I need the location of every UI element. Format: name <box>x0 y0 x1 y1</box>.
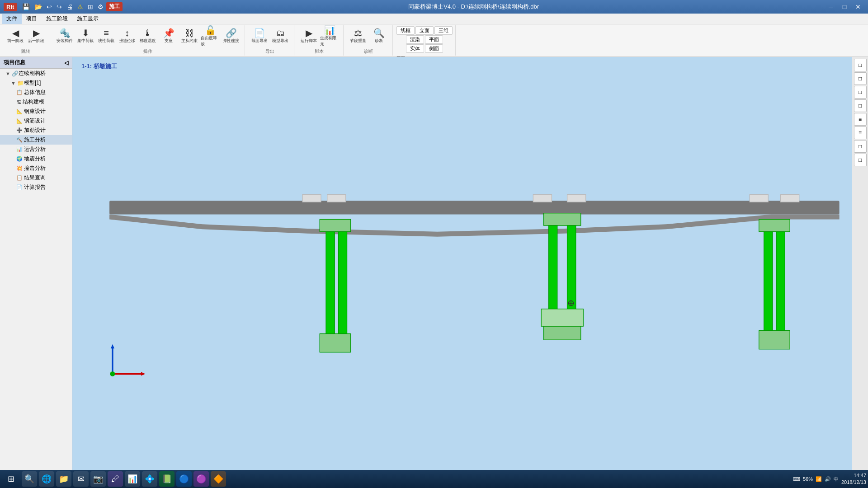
gradient-temp-button[interactable]: 🌡 梯度温度 <box>138 26 158 46</box>
taskbar-explorer[interactable]: 📁 <box>56 471 71 487</box>
tree-item-structure[interactable]: 🏗 结构建模 <box>0 97 72 107</box>
taskbar-app5[interactable]: 📷 <box>90 471 106 487</box>
minimize-button[interactable]: ─ <box>825 2 837 11</box>
master-slave-button[interactable]: ⛓ 主从约束 <box>179 26 199 46</box>
elastic-connect-button[interactable]: 🔗 弹性连接 <box>221 26 241 46</box>
taskbar-app7[interactable]: 📊 <box>125 471 140 487</box>
sidebar-collapse-icon[interactable]: ◁ <box>64 60 68 66</box>
lang-indicator: 中 <box>834 476 839 483</box>
toolbar-group-jump: ◀ 前一阶段 ▶ 后一阶段 跳转 <box>2 25 50 56</box>
rp-btn-2[interactable]: □ <box>854 72 867 85</box>
grid-icon[interactable]: ⊞ <box>86 2 95 11</box>
side-view-button[interactable]: 侧面 <box>425 44 443 53</box>
svg-point-27 <box>110 371 115 376</box>
plan-view-button[interactable]: 平面 <box>425 35 443 44</box>
prev-stage-button[interactable]: ◀ 前一阶段 <box>5 26 25 46</box>
app-logo: RIt <box>4 3 17 11</box>
menu-item-project[interactable]: 项目 <box>22 14 42 24</box>
bridge-visualization: ⊕ <box>72 57 852 474</box>
rp-btn-5[interactable]: ≡ <box>854 113 867 126</box>
undo-icon[interactable]: ↩ <box>45 2 54 11</box>
section-export-button[interactable]: 📄 截面导出 <box>250 26 269 46</box>
warning-icon: ⚠ <box>75 2 85 11</box>
svg-rect-0 <box>72 151 852 380</box>
taskbar-app9[interactable]: 📗 <box>159 471 175 487</box>
wireframe-view-button[interactable]: 线框 <box>396 26 415 35</box>
search-button[interactable]: 🔍 <box>22 471 37 487</box>
menubar: 文件 项目 施工阶段 施工显示 <box>0 14 868 24</box>
quick-save-icon[interactable]: 💾 <box>20 2 32 11</box>
svg-rect-13 <box>544 213 581 225</box>
tree-item-report[interactable]: 📄 计算报告 <box>0 183 72 192</box>
tree-item-tendon[interactable]: 📐 钢束设计 <box>0 107 72 116</box>
tree-item-impact[interactable]: 💥 撞击分析 <box>0 164 72 173</box>
next-stage-button[interactable]: ▶ 后一阶段 <box>26 26 46 46</box>
tree-item-general[interactable]: 📋 总体信息 <box>0 88 72 97</box>
rp-btn-7[interactable]: □ <box>854 140 867 153</box>
taskbar-app12[interactable]: 🔶 <box>211 471 226 487</box>
diagnosis-group-label: 诊断 <box>364 47 373 55</box>
svg-rect-20 <box>776 232 785 334</box>
install-component-button[interactable]: 🔩 安装构件 <box>55 26 75 46</box>
rp-btn-8[interactable]: □ <box>854 154 867 166</box>
tree-item-stiffener[interactable]: ➕ 加劲设计 <box>0 126 72 135</box>
linear-load-button[interactable]: ≡ 线性荷载 <box>96 26 116 46</box>
svg-text:⊕: ⊕ <box>567 298 575 308</box>
taskbar-mail[interactable]: ✉ <box>73 471 89 487</box>
support-button[interactable]: 📌 支座 <box>159 26 179 46</box>
start-button[interactable]: ⊞ <box>2 470 20 488</box>
menu-item-file[interactable]: 文件 <box>2 14 22 24</box>
toolbar-group-script: ▶ 运行脚本 📊 生成有限元 脚本 <box>295 25 344 56</box>
taskbar-app8[interactable]: 💠 <box>142 471 157 487</box>
render-view-button[interactable]: 渲染 <box>406 35 424 44</box>
tree-icon-link: 🔗 <box>12 70 19 77</box>
forced-displacement-button[interactable]: ↕ 强迫位移 <box>117 26 137 46</box>
toolbar-group-view: 线框 立面 三维 渲染 平面 实体 侧面 视图 <box>394 25 456 56</box>
concentrated-load-button[interactable]: ⬇ 集中荷载 <box>75 26 95 46</box>
toolbar: ◀ 前一阶段 ▶ 后一阶段 跳转 🔩 安装构件 ⬇ 集中荷载 ≡ 线性荷载 <box>0 24 868 57</box>
solid-view-button[interactable]: 实体 <box>406 44 424 53</box>
elevation-view-button[interactable]: 立面 <box>415 26 434 35</box>
tree-item-operation[interactable]: 📊 运营分析 <box>0 145 72 154</box>
segment-weight-button[interactable]: ⚖ 节段重量 <box>348 26 368 46</box>
rp-btn-6[interactable]: ≡ <box>854 127 867 139</box>
taskbar-browser[interactable]: 🌐 <box>39 471 54 487</box>
quick-open-icon[interactable]: 📂 <box>33 2 44 11</box>
keyboard-icon: ⌨ <box>793 476 800 482</box>
diagnosis-button[interactable]: 🔍 诊断 <box>369 26 389 46</box>
settings-icon[interactable]: ⚙ <box>96 2 105 11</box>
tree-item-results[interactable]: 📋 结果查询 <box>0 173 72 183</box>
print-icon[interactable]: 🖨 <box>65 2 75 11</box>
gen-fem-button[interactable]: 📊 生成有限元 <box>320 26 340 46</box>
tree-item-bridge[interactable]: ▼ 🔗 连续刚构桥 <box>0 69 72 78</box>
close-button[interactable]: ✕ <box>852 2 864 11</box>
tree-item-model[interactable]: ▼ 📁 模型[1] <box>0 78 72 88</box>
taskbar: ⊞ 🔍 🌐 📁 ✉ 📷 🖊 📊 💠 📗 🔵 🟣 🔶 ⌨ 56% 📶 🔊 中 14… <box>0 470 868 488</box>
svg-rect-4 <box>327 195 346 202</box>
canvas-area[interactable]: 1-1: 桥墩施工 <box>72 57 852 474</box>
dof-release-button[interactable]: 🔓 自由度释放 <box>200 26 220 46</box>
tree-item-rebar[interactable]: 📐 钢筋设计 <box>0 116 72 126</box>
taskbar-app11[interactable]: 🟣 <box>193 471 209 487</box>
tree-item-seismic[interactable]: 🌍 地震分析 <box>0 154 72 164</box>
main-area: 项目信息 ◁ ▼ 🔗 连续刚构桥 ▼ 📁 模型[1] 📋 总体信息 🏗 结构建模 <box>0 57 868 474</box>
export-group-label: 导出 <box>265 47 274 55</box>
redo-icon[interactable]: ↪ <box>55 2 64 11</box>
rp-btn-1[interactable]: □ <box>854 59 867 71</box>
svg-rect-11 <box>338 232 347 337</box>
sidebar-header: 项目信息 ◁ <box>0 57 72 69</box>
menu-item-stage[interactable]: 施工阶段 <box>42 14 72 24</box>
titlebar: RIt 💾 📂 ↩ ↪ 🖨 ⚠ ⊞ ⚙ 施工 同豪桥梁博士V4.0 - D:\连… <box>0 0 868 14</box>
svg-rect-21 <box>759 331 790 349</box>
run-script-button[interactable]: ▶ 运行脚本 <box>299 26 319 46</box>
taskbar-app6[interactable]: 🖊 <box>108 471 123 487</box>
svg-rect-8 <box>781 195 799 202</box>
maximize-button[interactable]: □ <box>838 2 851 11</box>
model-export-button[interactable]: 🗂 模型导出 <box>270 26 290 46</box>
rp-btn-4[interactable]: □ <box>854 99 867 112</box>
rp-btn-3[interactable]: □ <box>854 86 867 99</box>
tree-item-construction[interactable]: 🔨 施工分析 <box>0 135 72 145</box>
3d-view-button[interactable]: 三维 <box>434 26 453 35</box>
taskbar-app10[interactable]: 🔵 <box>176 471 192 487</box>
menu-item-display[interactable]: 施工显示 <box>72 14 103 24</box>
